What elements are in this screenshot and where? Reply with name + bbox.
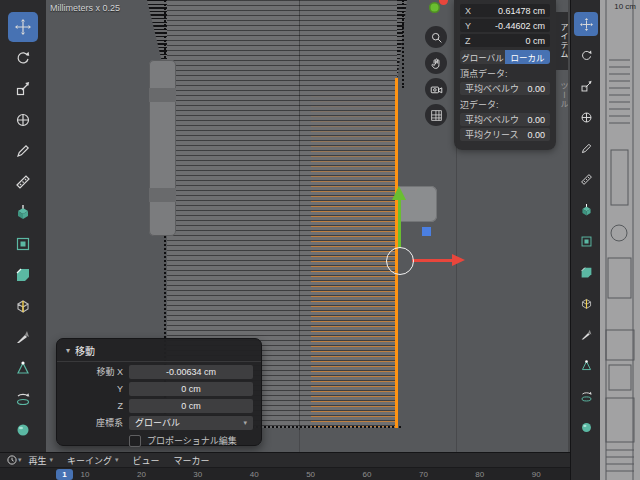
- transform-x-field[interactable]: X0.61478 cm: [460, 4, 550, 17]
- chevron-down-icon: ▾: [243, 419, 247, 427]
- edge-data-label: 辺データ:: [460, 98, 550, 111]
- bevel-icon: [580, 266, 593, 279]
- frame-tick: 90: [532, 470, 541, 479]
- tool-loop-cut[interactable]: [8, 291, 38, 321]
- tool-annotate[interactable]: [8, 136, 38, 166]
- edge-mean-crease-field[interactable]: 平均クリース0.00: [460, 128, 550, 141]
- poly-build-icon: [580, 359, 593, 372]
- timeline-menu-play[interactable]: 再生▾: [22, 454, 61, 467]
- blueprint-drawing: [600, 0, 640, 480]
- operator-move-y-field[interactable]: 0 cm: [129, 382, 253, 396]
- gizmo-y-axis-line: [398, 200, 401, 248]
- reference-viewport[interactable]: 10 cm: [600, 0, 640, 480]
- loop-cut-icon: [580, 297, 593, 310]
- nav-pan-button[interactable]: [425, 52, 447, 74]
- measure-icon: [15, 174, 31, 190]
- orientation-dropdown[interactable]: グローバル ▾: [129, 416, 253, 430]
- right-tool-smooth[interactable]: [574, 415, 598, 439]
- timeline-menu-view[interactable]: ビュー: [126, 454, 167, 467]
- tool-inset[interactable]: [8, 229, 38, 259]
- right-tool-transform[interactable]: [574, 105, 598, 129]
- inset-icon: [580, 235, 593, 248]
- tool-scale[interactable]: [8, 74, 38, 104]
- proportional-edit-checkbox[interactable]: [129, 435, 141, 447]
- right-tool-extrude[interactable]: [574, 198, 598, 222]
- blender-window: { "viewport": { "units_label": "Millimet…: [0, 0, 640, 480]
- gizmo-x-axis-handle[interactable]: [452, 254, 465, 266]
- side-object[interactable]: [149, 60, 176, 236]
- edge-data-rows: 平均ベベルウ0.00平均クリース0.00: [460, 113, 550, 141]
- timeline-ruler[interactable]: 1 102030405060708090: [0, 467, 570, 480]
- move-icon: [580, 18, 593, 31]
- poly-build-icon: [15, 360, 31, 376]
- move-icon: [15, 19, 31, 35]
- loop-cut-icon: [15, 298, 31, 314]
- right-tool-loop-cut[interactable]: [574, 291, 598, 315]
- orientation-label: 座標系: [65, 416, 129, 429]
- gizmo-y-axis-handle[interactable]: [392, 186, 406, 200]
- inset-icon: [15, 236, 31, 252]
- tool-measure[interactable]: [8, 167, 38, 197]
- rotate-icon: [580, 49, 593, 62]
- nav-grid-button[interactable]: [425, 104, 447, 126]
- right-tool-scale[interactable]: [574, 74, 598, 98]
- right-tool-move[interactable]: [574, 12, 598, 36]
- right-tool-measure[interactable]: [574, 167, 598, 191]
- tool-extrude[interactable]: [8, 198, 38, 228]
- annotate-icon: [580, 142, 593, 155]
- editor-type-button[interactable]: [6, 454, 18, 466]
- vertex-mean-bevel-weight-field[interactable]: 平均ベベルウ0.00: [460, 82, 550, 95]
- right-tool-bevel[interactable]: [574, 260, 598, 284]
- knife-icon: [15, 329, 31, 345]
- mesh-center-line: [299, 0, 300, 430]
- gizmo-free-move-circle[interactable]: [386, 247, 414, 275]
- operator-panel-move: ▾ 移動 移動 X-0.00634 cmY0 cmZ0 cm 座標系 グローバル…: [56, 338, 262, 446]
- n-panel-tab-item[interactable]: アイテム: [556, 12, 568, 70]
- current-frame-badge[interactable]: 1: [56, 469, 73, 480]
- operator-move-z-field[interactable]: 0 cm: [129, 399, 253, 413]
- frame-tick: 10: [81, 470, 90, 479]
- right-tool-rotate[interactable]: [574, 43, 598, 67]
- tool-poly-build[interactable]: [8, 353, 38, 383]
- edge-mean-bevel-weight-field[interactable]: 平均ベベルウ0.00: [460, 113, 550, 126]
- nav-gizmo-green-axis[interactable]: [429, 2, 440, 13]
- nav-camera-button[interactable]: [425, 78, 447, 100]
- timeline-menu-keying[interactable]: キーイング▾: [60, 454, 126, 467]
- right-tool-annotate[interactable]: [574, 136, 598, 160]
- tool-knife[interactable]: [8, 322, 38, 352]
- nav-gizmo-red-axis[interactable]: [439, 0, 448, 5]
- mesh-selected-loops: [311, 86, 397, 428]
- right-tool-poly-build[interactable]: [574, 353, 598, 377]
- timeline-menu-marker[interactable]: マーカー: [167, 454, 217, 467]
- tool-transform[interactable]: [8, 105, 38, 135]
- frame-tick: 40: [250, 470, 259, 479]
- n-panel-tab-tool[interactable]: ツール: [556, 74, 568, 116]
- vertex-data-rows: 平均ベベルウ0.00: [460, 82, 550, 95]
- nav-zoom-button[interactable]: [425, 26, 447, 48]
- transform-rows: X0.61478 cmY-0.44602 cmZ0 cm: [460, 4, 550, 47]
- orientation-global-button[interactable]: グローバル: [460, 50, 505, 64]
- orientation-local-button[interactable]: ローカル: [505, 50, 550, 64]
- operator-panel-header[interactable]: ▾ 移動: [57, 339, 261, 362]
- transform-y-field[interactable]: Y-0.44602 cm: [460, 19, 550, 32]
- transform-z-field[interactable]: Z0 cm: [460, 34, 550, 47]
- right-tool-spin[interactable]: [574, 384, 598, 408]
- right-tool-knife[interactable]: [574, 322, 598, 346]
- tool-smooth[interactable]: [8, 415, 38, 445]
- spin-icon: [580, 390, 593, 403]
- transform-icon: [15, 112, 31, 128]
- spin-icon: [15, 391, 31, 407]
- vertex-data-label: 頂点データ:: [460, 67, 550, 80]
- right-tool-inset[interactable]: [574, 229, 598, 253]
- tool-move[interactable]: [8, 12, 38, 42]
- scale-icon: [580, 80, 593, 93]
- rotate-icon: [15, 50, 31, 66]
- tool-bevel[interactable]: [8, 260, 38, 290]
- operator-move-x-field[interactable]: -0.00634 cm: [129, 365, 253, 379]
- tool-rotate[interactable]: [8, 43, 38, 73]
- annotate-icon: [15, 143, 31, 159]
- tool-spin[interactable]: [8, 384, 38, 414]
- smooth-icon: [580, 421, 593, 434]
- gizmo-plane-handle[interactable]: [422, 227, 431, 236]
- camera-icon: [430, 83, 443, 96]
